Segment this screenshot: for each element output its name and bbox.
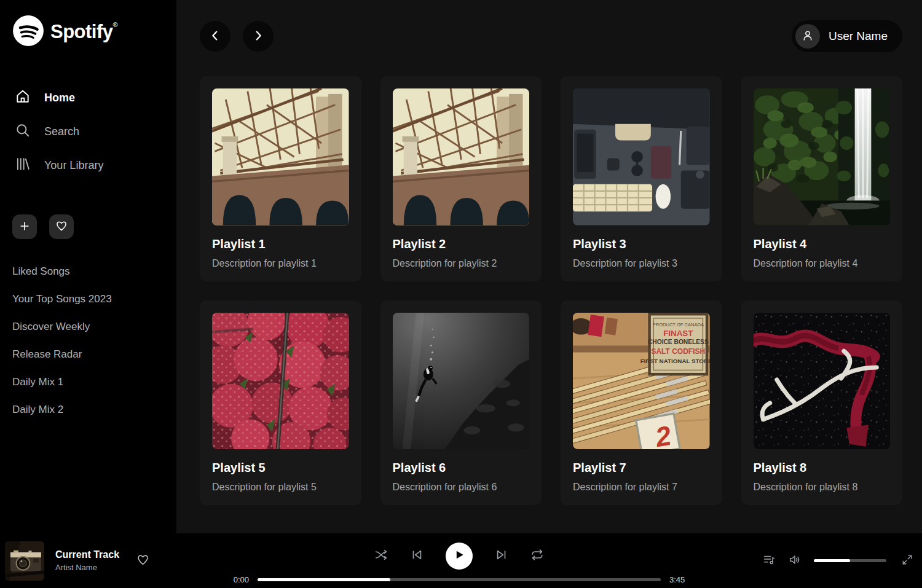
sidebar-playlist-link[interactable]: Discover Weekly bbox=[12, 313, 164, 340]
liked-songs-button[interactable] bbox=[49, 214, 74, 239]
main-content: User Name bbox=[176, 0, 922, 533]
playlist-title: Playlist 3 bbox=[573, 237, 710, 251]
like-track-button[interactable] bbox=[136, 554, 149, 568]
playlist-description: Description for playlist 4 bbox=[754, 258, 891, 269]
playlist-cover-image bbox=[573, 88, 710, 225]
playlist-card-8[interactable]: Playlist 8 Description for playlist 8 bbox=[741, 300, 903, 506]
playlist-description: Description for playlist 5 bbox=[212, 482, 349, 493]
chevron-left-icon bbox=[208, 29, 222, 44]
playlist-title: Playlist 2 bbox=[393, 237, 530, 251]
sidebar-item-search[interactable]: Search bbox=[12, 115, 164, 149]
player-secondary-controls bbox=[711, 553, 913, 568]
heart-icon bbox=[55, 220, 68, 234]
search-icon bbox=[15, 122, 31, 141]
playlist-description: Description for playlist 6 bbox=[393, 482, 530, 493]
playlist-cover-image bbox=[754, 88, 891, 225]
avatar bbox=[795, 24, 820, 49]
play-icon bbox=[453, 549, 465, 563]
heart-icon bbox=[136, 559, 149, 568]
playlist-cover-image bbox=[393, 88, 530, 225]
user-menu-button[interactable]: User Name bbox=[792, 20, 902, 52]
now-playing: Current Track Artist Name bbox=[5, 541, 208, 581]
player-controls: 0:00 3:45 bbox=[208, 538, 711, 584]
player-bar: Current Track Artist Name bbox=[0, 533, 922, 588]
expand-icon bbox=[901, 554, 913, 568]
current-track-title: Current Track bbox=[55, 549, 119, 560]
playlist-title: Playlist 7 bbox=[573, 461, 710, 475]
sidebar-item-label: Your Library bbox=[44, 159, 103, 172]
playlist-description: Description for playlist 3 bbox=[573, 258, 710, 269]
sidebar-item-label: Home bbox=[44, 92, 75, 104]
topbar: User Name bbox=[176, 0, 922, 52]
sidebar-playlist-link[interactable]: Daily Mix 1 bbox=[12, 368, 164, 396]
queue-button[interactable] bbox=[762, 553, 776, 568]
svg-text:CHOICE BONELESS: CHOICE BONELESS bbox=[648, 339, 709, 345]
spotify-logo[interactable]: Spotify® bbox=[12, 15, 164, 49]
current-track-artist: Artist Name bbox=[55, 563, 119, 572]
sidebar-playlist-list: Liked Songs Your Top Songs 2023 Discover… bbox=[12, 257, 164, 423]
person-icon bbox=[801, 29, 814, 44]
repeat-icon bbox=[530, 548, 544, 563]
sidebar-playlist-link[interactable]: Daily Mix 2 bbox=[12, 396, 164, 423]
playlist-card-2[interactable]: Playlist 2 Description for playlist 2 bbox=[380, 76, 542, 281]
playlist-description: Description for playlist 2 bbox=[393, 258, 530, 269]
fullscreen-button[interactable] bbox=[901, 554, 913, 568]
sidebar-playlist-link[interactable]: Release Radar bbox=[12, 340, 164, 368]
nav-forward-button[interactable] bbox=[243, 21, 274, 52]
volume-button[interactable] bbox=[788, 553, 802, 568]
playlist-title: Playlist 4 bbox=[754, 237, 891, 251]
repeat-button[interactable] bbox=[530, 548, 544, 563]
playlist-card-1[interactable]: Playlist 1 Description for playlist 1 bbox=[200, 76, 361, 281]
spotify-logo-icon bbox=[12, 15, 44, 49]
library-icon bbox=[15, 156, 31, 175]
sidebar-playlist-link[interactable]: Your Top Songs 2023 bbox=[12, 285, 164, 313]
svg-text:PRODUCT OF CANADA: PRODUCT OF CANADA bbox=[653, 322, 704, 327]
playlist-card-3[interactable]: Playlist 3 Description for playlist 3 bbox=[561, 76, 722, 281]
shuffle-button[interactable] bbox=[374, 548, 388, 563]
previous-track-button[interactable] bbox=[410, 548, 424, 563]
brand-name: Spotify® bbox=[50, 21, 117, 43]
playlist-card-4[interactable]: Playlist 4 Description for playlist 4 bbox=[741, 76, 903, 281]
playlist-description: Description for playlist 8 bbox=[754, 482, 891, 493]
sidebar-playlist-link[interactable]: Liked Songs bbox=[12, 257, 164, 285]
create-playlist-button[interactable] bbox=[12, 214, 37, 239]
queue-icon bbox=[762, 553, 776, 568]
progress-bar[interactable] bbox=[258, 578, 661, 581]
playlist-description: Description for playlist 7 bbox=[573, 482, 710, 493]
svg-text:FIRST NATIONAL STORES: FIRST NATIONAL STORES bbox=[640, 358, 710, 364]
skip-forward-icon bbox=[495, 548, 508, 563]
user-name: User Name bbox=[829, 29, 888, 43]
sidebar: Spotify® Home Search bbox=[0, 0, 176, 533]
playlist-card-6[interactable]: Playlist 6 Description for playlist 6 bbox=[380, 300, 542, 506]
svg-text:SALT CODFISH: SALT CODFISH bbox=[651, 347, 705, 355]
progress-fill bbox=[258, 578, 390, 581]
sidebar-item-home[interactable]: Home bbox=[12, 81, 164, 115]
playlist-cover-image bbox=[754, 313, 891, 450]
elapsed-time: 0:00 bbox=[228, 575, 249, 584]
volume-fill bbox=[814, 559, 850, 562]
spotify-app: Spotify® Home Search bbox=[0, 0, 922, 588]
play-button[interactable] bbox=[446, 543, 473, 570]
next-track-button[interactable] bbox=[495, 548, 508, 563]
playlist-cover-image bbox=[212, 88, 349, 225]
nav-back-button[interactable] bbox=[200, 21, 230, 52]
sidebar-item-your-library[interactable]: Your Library bbox=[12, 149, 164, 182]
playlist-card-5[interactable]: Playlist 5 Description for playlist 5 bbox=[200, 300, 361, 506]
playlist-card-7[interactable]: PRODUCT OF CANADA FINAST CHOICE BONELESS… bbox=[561, 300, 722, 506]
home-icon bbox=[15, 88, 31, 108]
playlist-cover-image: PRODUCT OF CANADA FINAST CHOICE BONELESS… bbox=[573, 313, 710, 450]
skip-back-icon bbox=[410, 548, 424, 563]
playlist-cover-image bbox=[393, 313, 530, 450]
playlist-title: Playlist 6 bbox=[393, 461, 530, 475]
playlist-title: Playlist 1 bbox=[212, 237, 349, 251]
volume-icon bbox=[788, 553, 802, 568]
album-art bbox=[5, 541, 44, 581]
shuffle-icon bbox=[374, 548, 388, 563]
volume-slider[interactable] bbox=[814, 559, 886, 562]
playlist-title: Playlist 5 bbox=[212, 461, 349, 475]
svg-text:FINAST: FINAST bbox=[663, 328, 693, 337]
playlist-cover-image bbox=[212, 313, 349, 450]
playlist-grid: Playlist 1 Description for playlist 1 bbox=[176, 52, 922, 505]
playlist-description: Description for playlist 1 bbox=[212, 258, 349, 269]
sidebar-item-label: Search bbox=[44, 125, 79, 138]
